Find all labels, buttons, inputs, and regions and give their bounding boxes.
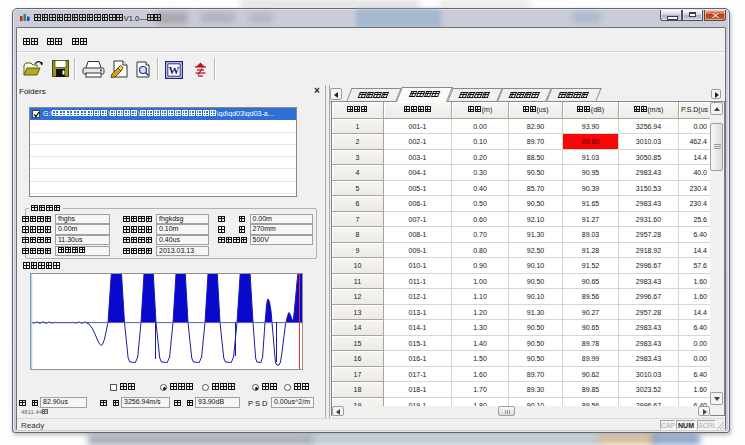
svg-text:W: W: [169, 64, 180, 76]
